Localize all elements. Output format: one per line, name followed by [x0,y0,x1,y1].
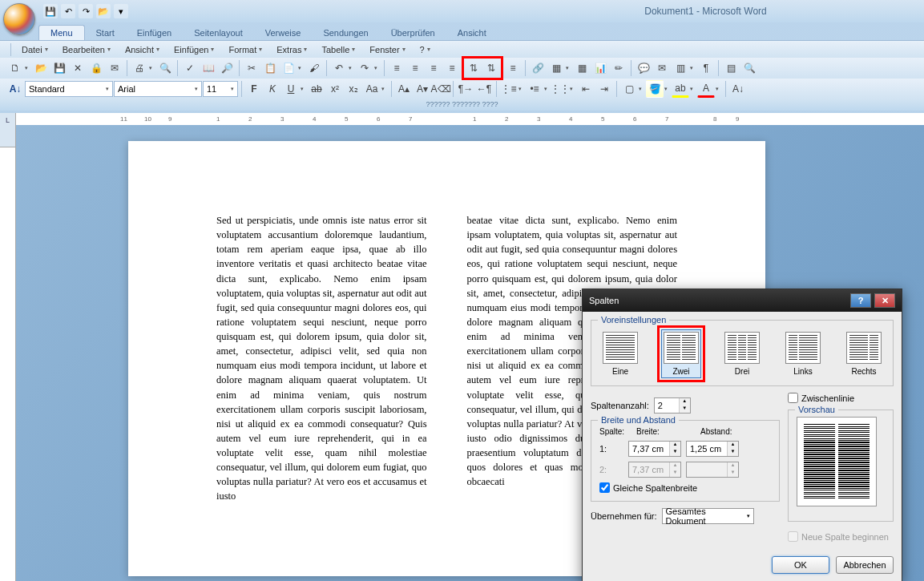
preset-right[interactable]: Rechts [845,330,883,377]
menu-fenster[interactable]: Fenster▾ [363,43,411,56]
italic-icon[interactable]: K [264,80,281,98]
preset-two[interactable]: Zwei [662,330,700,377]
print-preview-icon[interactable]: 🔍 [156,59,174,77]
text-column-1[interactable]: Sed ut perspiciatis, unde omnis iste nat… [216,213,427,504]
copy-icon[interactable]: 📋 [261,59,279,77]
menu-help[interactable]: ?▾ [414,43,437,56]
cancel-button[interactable]: Abbrechen [836,556,894,574]
comment-icon[interactable]: 💬 [635,59,652,77]
menu-einfuegen[interactable]: Einfügen▾ [167,43,220,56]
research-icon[interactable]: 🔎 [218,59,236,77]
dialog-help-button[interactable]: ? [850,293,871,308]
bold-icon[interactable]: F [245,80,263,98]
align-justify-icon[interactable]: ≡ [443,59,461,77]
subscript-icon[interactable]: x₂ [345,80,362,98]
col-count-spinner[interactable]: ▲▼ [654,397,691,414]
sort-icon[interactable]: A↓ [729,80,747,98]
qat-dropdown-icon[interactable]: ▾ [114,4,128,18]
show-hide-icon[interactable]: ¶ [697,59,715,77]
align-center-icon[interactable]: ≡ [406,59,424,77]
divider-line-checkbox[interactable] [788,393,798,403]
menu-datei[interactable]: Datei▾ [15,43,54,56]
zoom-icon[interactable]: 🔍 [740,59,758,77]
superscript-icon[interactable]: x² [326,80,344,98]
tab-ueberpruefen[interactable]: Überprüfen [380,26,446,40]
tab-start[interactable]: Start [85,26,126,40]
doc-map-icon[interactable]: ▤ [722,59,740,77]
columns-icon[interactable]: ▥ [672,59,689,77]
tab-einfuegen[interactable]: Einfügen [126,26,183,40]
align-left-icon[interactable]: ≡ [388,59,406,77]
underline-icon[interactable]: U [282,80,300,98]
menu-extras[interactable]: Extras▾ [270,43,313,56]
change-case-icon[interactable]: Aa [363,80,381,98]
menu-format[interactable]: Format▾ [222,43,268,56]
redo-icon[interactable]: ↷ [79,4,93,18]
styles-pane-icon[interactable]: A↓ [6,80,24,98]
excel-icon[interactable]: ▦ [573,59,591,77]
thesaurus-icon[interactable]: 📖 [200,59,217,77]
menu-bearbeiten[interactable]: Bearbeiten▾ [56,43,117,56]
tab-menu[interactable]: Menu [38,25,85,40]
preset-three[interactable]: Drei [723,330,761,377]
strikethrough-icon[interactable]: ab [308,80,325,98]
font-size-combo[interactable]: 11▾ [203,81,238,97]
shading-icon[interactable]: 🪣 [646,80,664,98]
numbering-icon[interactable]: ⋮≡ [500,80,518,98]
highlight-icon[interactable]: ab [672,80,689,98]
increase-indent-icon[interactable]: ⇥ [595,80,613,98]
align-right-icon[interactable]: ≡ [425,59,442,77]
permissions-icon[interactable]: 🔒 [87,59,105,77]
paste-icon[interactable]: 📄 [280,59,297,77]
hyperlink-icon[interactable]: 🔗 [529,59,547,77]
menu-ansicht[interactable]: Ansicht▾ [119,43,166,56]
undo-icon[interactable]: ↶ [330,59,348,77]
save-icon[interactable]: 💾 [43,4,58,18]
chart-icon[interactable]: 📊 [591,59,609,77]
shrink-font-icon[interactable]: A▾ [414,80,431,98]
decrease-indent-icon[interactable]: ⇤ [577,80,595,98]
font-combo[interactable]: Arial▾ [114,81,202,97]
rtl-icon[interactable]: ←¶ [475,80,493,98]
width-1-spinner[interactable]: ▲▼ [628,441,681,457]
print-icon[interactable]: 🖨 [131,59,148,77]
grow-font-icon[interactable]: A▴ [395,80,413,98]
clear-format-icon[interactable]: A⌫ [432,80,450,98]
tab-ansicht[interactable]: Ansicht [446,26,498,40]
font-color-icon[interactable]: A [697,80,715,98]
preset-left[interactable]: Links [784,330,822,377]
open-icon[interactable]: 📂 [32,59,50,77]
borders-icon[interactable]: ▢ [620,80,638,98]
save-icon[interactable]: 💾 [50,59,68,77]
mail-icon[interactable]: ✉ [106,59,123,77]
multilevel-icon[interactable]: ⋮⋮ [551,80,569,98]
preset-one[interactable]: Eine [601,330,640,377]
close-icon[interactable]: ✕ [69,59,87,77]
paragraph-spacing-icon[interactable]: ⇅ [482,59,500,77]
style-combo[interactable]: Standard▾ [25,81,113,97]
menu-tabelle[interactable]: Tabelle▾ [315,43,361,56]
table-icon[interactable]: ▦ [547,59,565,77]
office-button[interactable] [3,3,35,35]
drawing-icon[interactable]: ✏ [610,59,627,77]
open-icon[interactable]: 📂 [96,4,111,18]
vertical-ruler[interactable] [0,125,16,581]
tab-sendungen[interactable]: Sendungen [312,26,379,40]
spellcheck-icon[interactable]: ✓ [181,59,199,77]
cut-icon[interactable]: ✂ [243,59,260,77]
ltr-icon[interactable]: ¶→ [457,80,474,98]
tab-verweise[interactable]: Verweise [254,26,313,40]
ok-button[interactable]: OK [772,556,829,574]
tab-seitenlayout[interactable]: Seitenlayout [183,26,254,40]
distribute-icon[interactable]: ≡ [504,59,522,77]
dialog-titlebar[interactable]: Spalten ? ✕ [583,289,902,312]
bullets-icon[interactable]: •≡ [526,80,543,98]
dialog-close-button[interactable]: ✕ [874,293,895,308]
envelope-icon[interactable]: ✉ [653,59,671,77]
apply-to-dropdown[interactable]: Gesamtes Dokument▾ [662,508,754,524]
gap-1-spinner[interactable]: ▲▼ [686,441,739,457]
undo-icon[interactable]: ↶ [61,4,75,18]
redo-icon[interactable]: ↷ [356,59,373,77]
equal-width-checkbox[interactable] [599,482,610,493]
format-painter-icon[interactable]: 🖌 [305,59,323,77]
